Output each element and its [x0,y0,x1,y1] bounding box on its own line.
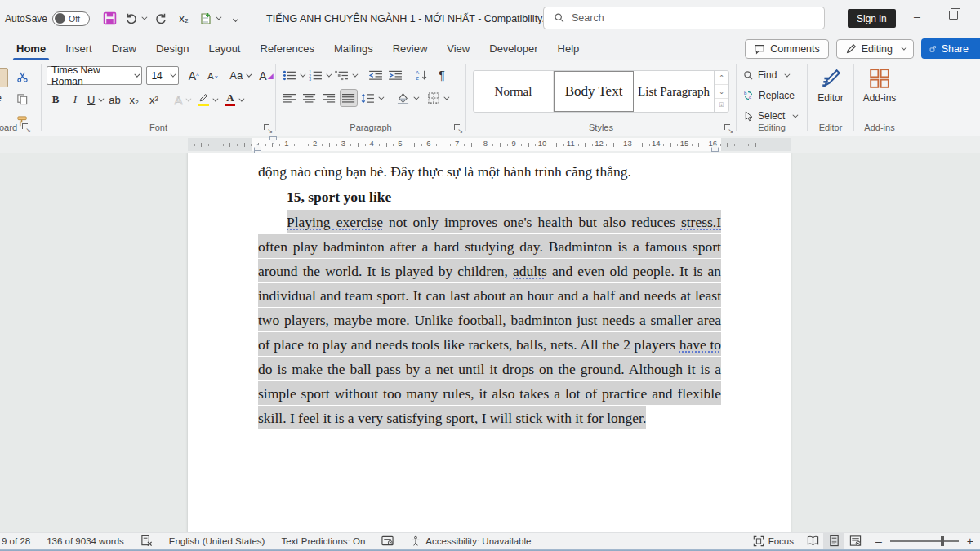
styles-dialog-launcher[interactable] [724,124,733,132]
tab-design[interactable]: Design [154,39,190,58]
font-color-button[interactable]: A [223,91,244,109]
subscript-qat-button[interactable]: x₂ [174,8,194,29]
text-highlight-button[interactable] [196,91,218,109]
tab-references[interactable]: References [259,39,316,58]
print-layout-icon [828,535,840,547]
web-layout-button[interactable] [844,533,866,549]
tab-draw[interactable]: Draw [110,39,138,58]
text-effects-button[interactable]: A [172,91,191,109]
proofing-errors-button[interactable] [132,533,161,549]
autosave-state: Off [69,14,80,24]
select-icon [743,111,754,122]
underline-button[interactable]: U [86,91,104,109]
replace-button[interactable]: Replace [743,87,807,104]
autosave-control[interactable]: AutoSave Off [5,11,90,26]
redo-button[interactable] [151,8,171,29]
zoom-slider[interactable] [890,540,959,542]
line-spacing-button[interactable] [359,89,384,107]
addins-button[interactable]: Add-ins [854,66,905,105]
paragraph-dialog-launcher[interactable] [454,124,462,132]
font-name-combo[interactable]: Times New Roman [47,66,142,85]
editing-group: Find Replace Select Editing [737,60,807,136]
share-button[interactable]: Share [921,38,980,59]
zoom-slider-knob[interactable] [941,536,944,546]
tab-review[interactable]: Review [391,39,430,58]
customize-qat-button[interactable] [225,8,245,29]
bold-button[interactable]: B [47,91,65,109]
undo-button[interactable] [122,8,148,29]
tab-developer[interactable]: Developer [488,39,539,58]
tab-insert[interactable]: Insert [64,39,94,58]
document-heading[interactable]: 15, sport you like [287,184,721,209]
language-indicator[interactable]: English (United States) [161,533,274,549]
horizontal-ruler[interactable]: 12345678910111213141516 [0,136,980,153]
restore-button[interactable] [949,11,958,20]
sign-in-button[interactable]: Sign in [848,9,896,28]
editing-mode-button[interactable]: Editing [836,39,914,59]
clipboard-dialog-launcher[interactable] [22,123,30,131]
autosave-toggle[interactable]: Off [52,11,90,26]
paste-button[interactable]: te [0,66,8,130]
tab-mailings[interactable]: Mailings [332,39,375,58]
font-dialog-launcher[interactable] [264,124,272,132]
styles-scroll-down-button[interactable]: ⌄ [715,85,728,99]
subscript-button[interactable]: x₂ [125,91,143,109]
accessibility-checker[interactable]: Accessibility: Unavailable [402,533,539,549]
change-case-button[interactable]: Aa [228,67,252,85]
editing-mode-indicator[interactable] [373,533,402,549]
style-normal[interactable]: Normal [474,71,554,112]
tab-help[interactable]: Help [556,39,581,58]
document-page[interactable]: động nào cùng bạn bè. Đây thực sự là một… [188,153,791,532]
tab-view[interactable]: View [445,39,471,58]
bullets-button[interactable] [281,66,305,84]
shrink-font-button[interactable]: A⌄ [204,67,222,85]
document-title[interactable]: TIẾNG ANH CHUYÊN NGÀNH 1 - MỚI NHẤT - Co… [266,13,567,24]
multilevel-list-button[interactable] [333,66,358,84]
increase-indent-button[interactable] [386,66,404,84]
paste-special-dropdown-icon[interactable] [216,15,221,20]
grow-font-button[interactable]: A^ [185,67,203,85]
zoom-in-button[interactable]: + [965,533,980,549]
clear-formatting-button[interactable]: A◢ [257,67,275,85]
search-input[interactable]: Search [543,7,825,29]
italic-button[interactable]: I [66,91,84,109]
justify-button[interactable] [340,89,358,107]
shading-button[interactable] [394,89,419,107]
text-predictions-indicator[interactable]: Text Predictions: On [273,533,373,549]
zoom-out-button[interactable]: – [866,533,884,549]
find-button[interactable]: Find [743,66,807,84]
undo-dropdown-icon[interactable] [141,15,147,20]
comments-button[interactable]: Comments [745,39,828,59]
borders-button[interactable] [426,89,449,107]
selected-paragraph[interactable]: Playing exercise not only improves one's… [258,209,721,429]
print-layout-button[interactable] [823,533,844,549]
read-mode-button[interactable] [802,533,823,549]
superscript-button[interactable]: x² [145,91,163,109]
save-button[interactable] [100,8,119,29]
word-count[interactable]: 136 of 9034 words [38,533,132,549]
align-center-button[interactable] [301,89,318,107]
editor-button[interactable]: Editor [808,66,853,105]
sort-button[interactable] [413,66,431,84]
decrease-indent-button[interactable] [367,66,385,84]
style-list-paragraph[interactable]: List Paragraph [634,71,714,112]
minimize-button[interactable]: – [908,10,926,23]
document-line[interactable]: động nào cùng bạn bè. Đây thực sự là một… [258,159,721,184]
tab-layout[interactable]: Layout [207,39,242,58]
paste-special-button[interactable] [197,8,222,29]
cut-button[interactable] [13,68,31,86]
align-right-button[interactable] [320,89,338,107]
strikethrough-button[interactable]: ab [105,91,123,109]
focus-button[interactable]: Focus [745,533,802,549]
style-body-text[interactable]: Body Text [554,71,634,112]
styles-more-button[interactable]: ⍗ [715,99,728,112]
copy-button[interactable] [13,90,31,108]
page-indicator[interactable]: 9 of 28 [0,533,38,549]
font-size-combo[interactable]: 14 [146,66,179,85]
document-area[interactable]: động nào cùng bạn bè. Đây thực sự là một… [0,153,980,532]
styles-scroll-up-button[interactable]: ⌃ [715,71,728,85]
tab-home[interactable]: Home [15,39,47,58]
numbering-button[interactable] [307,66,332,84]
align-left-button[interactable] [281,89,299,107]
show-hide-marks-button[interactable]: ¶ [433,66,451,84]
